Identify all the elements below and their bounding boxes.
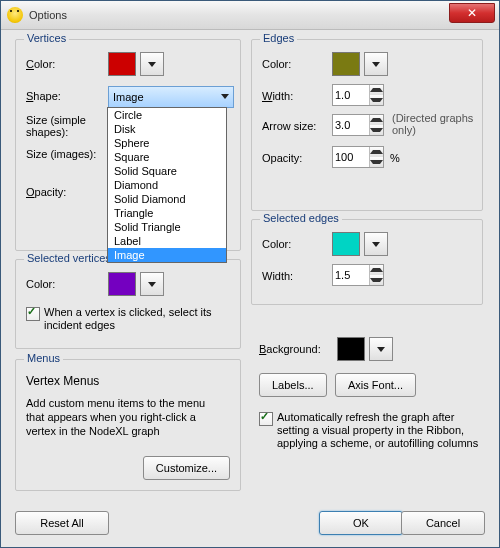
selected-edges-color-label: Color: — [262, 238, 291, 250]
edges-group: Edges Color: Width: Arrow size: (Directe… — [251, 39, 483, 211]
spin-down-icon[interactable] — [370, 157, 383, 167]
incident-edges-label: When a vertex is clicked, select its inc… — [44, 306, 226, 332]
dialog-body: Vertices Color: Shape: Image Size (simpl… — [9, 33, 491, 539]
selected-edges-color-swatch[interactable] — [332, 232, 360, 256]
edges-opacity-unit: % — [390, 152, 400, 164]
selected-vertices-title: Selected vertices — [24, 252, 114, 264]
menus-desc: Add custom menu items to the menu that a… — [26, 396, 226, 438]
edges-color-swatch[interactable] — [332, 52, 360, 76]
incident-edges-checkbox[interactable]: When a vertex is clicked, select its inc… — [26, 306, 226, 332]
selected-edges-group: Selected edges Color: Width: — [251, 219, 483, 305]
edges-width-input[interactable] — [333, 89, 369, 101]
edges-opacity-input[interactable] — [333, 151, 369, 163]
shape-option[interactable]: Solid Square — [108, 164, 226, 178]
shape-option[interactable]: Diamond — [108, 178, 226, 192]
edges-color-dropdown[interactable] — [364, 52, 388, 76]
shape-option[interactable]: Label — [108, 234, 226, 248]
menus-group: Menus Vertex Menus Add custom menu items… — [15, 359, 241, 491]
chevron-down-icon — [221, 94, 229, 99]
edges-group-title: Edges — [260, 32, 297, 44]
shape-option[interactable]: Solid Triangle — [108, 220, 226, 234]
edges-color-label: Color: — [262, 58, 291, 70]
vertices-opacity-label: Opacity: — [26, 186, 66, 198]
edges-arrow-size-label: Arrow size: — [262, 120, 316, 132]
vertices-size-images-label: Size (images): — [26, 148, 96, 160]
selected-vertices-color-label: Color: — [26, 278, 55, 290]
edges-arrow-note: (Directed graphs only) — [392, 112, 476, 136]
spin-down-icon[interactable] — [370, 95, 383, 105]
vertices-shape-dropdown-list[interactable]: CircleDiskSphereSquareSolid SquareDiamon… — [107, 107, 227, 263]
vertices-shape-label: Shape: — [26, 90, 61, 102]
selected-vertices-color-swatch[interactable] — [108, 272, 136, 296]
labels-button[interactable]: Labels... — [259, 373, 327, 397]
selected-vertices-group: Selected vertices Color: When a vertex i… — [15, 259, 241, 349]
shape-option[interactable]: Square — [108, 150, 226, 164]
window-title: Options — [29, 9, 67, 21]
edges-width-spinbox[interactable] — [332, 84, 384, 106]
close-button[interactable]: ✕ — [449, 3, 495, 23]
cancel-button[interactable]: Cancel — [401, 511, 485, 535]
close-icon: ✕ — [467, 7, 477, 19]
spin-up-icon[interactable] — [370, 265, 383, 275]
spin-down-icon[interactable] — [370, 275, 383, 285]
edges-opacity-spinbox[interactable] — [332, 146, 384, 168]
spin-up-icon[interactable] — [370, 85, 383, 95]
reset-all-button[interactable]: Reset All — [15, 511, 109, 535]
selected-edges-width-label: Width: — [262, 270, 293, 282]
vertices-size-simple-label: Size (simple shapes): — [26, 114, 106, 138]
checkbox-icon — [26, 307, 40, 321]
edges-opacity-label: Opacity: — [262, 152, 302, 164]
edges-width-label: Width: — [262, 90, 293, 102]
edges-arrow-size-input[interactable] — [333, 119, 369, 131]
vertices-shape-combo[interactable]: Image — [108, 86, 234, 108]
vertices-color-swatch[interactable] — [108, 52, 136, 76]
vertices-shape-selected: Image — [113, 91, 144, 103]
vertices-group-title: Vertices — [24, 32, 69, 44]
autorefresh-checkbox[interactable]: Automatically refresh the graph after se… — [259, 411, 481, 450]
vertices-color-label: Color: — [26, 58, 55, 70]
vertices-color-dropdown[interactable] — [140, 52, 164, 76]
selected-edges-width-input[interactable] — [333, 269, 369, 281]
options-window: Options ✕ Vertices Color: Shape: Image S… — [0, 0, 500, 548]
background-swatch[interactable] — [337, 337, 365, 361]
spin-up-icon[interactable] — [370, 147, 383, 157]
selected-edges-title: Selected edges — [260, 212, 342, 224]
edges-arrow-size-spinbox[interactable] — [332, 114, 384, 136]
selected-edges-color-dropdown[interactable] — [364, 232, 388, 256]
spin-up-icon[interactable] — [370, 115, 383, 125]
selected-vertices-color-dropdown[interactable] — [140, 272, 164, 296]
chevron-down-icon — [148, 62, 156, 67]
menus-group-title: Menus — [24, 352, 63, 364]
background-label: Background: — [259, 343, 321, 355]
customize-button[interactable]: Customize... — [143, 456, 230, 480]
shape-option[interactable]: Sphere — [108, 136, 226, 150]
selected-edges-width-spinbox[interactable] — [332, 264, 384, 286]
spin-down-icon[interactable] — [370, 125, 383, 135]
shape-option[interactable]: Circle — [108, 108, 226, 122]
shape-option[interactable]: Image — [108, 248, 226, 262]
chevron-down-icon — [372, 62, 380, 67]
chevron-down-icon — [372, 242, 380, 247]
checkbox-icon — [259, 412, 273, 426]
background-dropdown[interactable] — [369, 337, 393, 361]
menus-heading: Vertex Menus — [26, 374, 99, 388]
shape-option[interactable]: Disk — [108, 122, 226, 136]
ok-button[interactable]: OK — [319, 511, 403, 535]
shape-option[interactable]: Triangle — [108, 206, 226, 220]
axis-font-button[interactable]: Axis Font... — [335, 373, 416, 397]
chevron-down-icon — [377, 347, 385, 352]
app-icon — [7, 7, 23, 23]
autorefresh-label: Automatically refresh the graph after se… — [277, 411, 481, 450]
titlebar: Options ✕ — [1, 1, 499, 30]
shape-option[interactable]: Solid Diamond — [108, 192, 226, 206]
chevron-down-icon — [148, 282, 156, 287]
